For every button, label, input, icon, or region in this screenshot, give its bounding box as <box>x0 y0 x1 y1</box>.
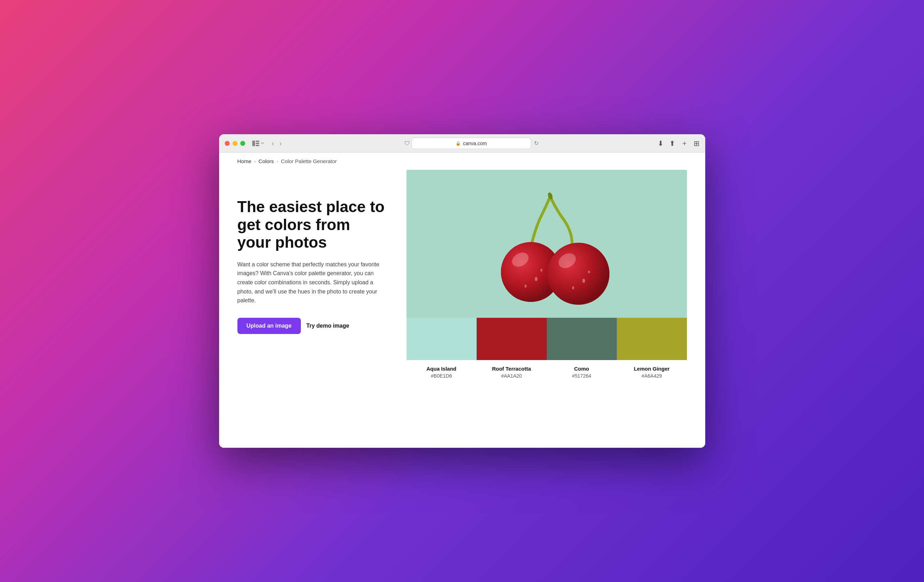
svg-rect-2 <box>256 143 259 144</box>
swatch-label-3: Lemon Ginger #A6A429 <box>617 366 687 379</box>
swatch-name-3: Lemon Ginger <box>617 366 687 372</box>
swatch-3[interactable] <box>617 318 687 360</box>
url-bar[interactable]: 🔒 canva.com <box>411 138 531 149</box>
svg-point-15 <box>582 279 585 283</box>
swatch-hex-2: #517264 <box>547 373 617 379</box>
swatch-2[interactable] <box>547 318 617 360</box>
svg-rect-0 <box>252 140 255 146</box>
swatch-1[interactable] <box>477 318 547 360</box>
breadcrumb: Home › Colors › Color Palette Generator <box>219 153 705 170</box>
new-tab-icon[interactable]: ＋ <box>681 138 688 148</box>
cherry-image <box>406 170 687 318</box>
color-swatches <box>406 318 687 360</box>
swatch-hex-1: #AA1A20 <box>477 373 547 379</box>
swatch-labels: Aqua Island #B0E1D6 Roof Terracotta #AA1… <box>406 366 687 379</box>
breadcrumb-current: Color Palette Generator <box>281 158 337 164</box>
svg-point-17 <box>588 270 590 274</box>
nav-arrows: ‹ › <box>270 139 284 148</box>
swatch-label-1: Roof Terracotta #AA1A20 <box>477 366 547 379</box>
main-section: The easiest place to get colors from you… <box>219 170 705 448</box>
minimize-button[interactable] <box>233 141 238 146</box>
refresh-button[interactable]: ↻ <box>534 140 539 147</box>
breadcrumb-colors[interactable]: Colors <box>259 158 274 164</box>
grid-icon[interactable]: ⊞ <box>694 139 700 148</box>
swatch-name-0: Aqua Island <box>406 366 477 372</box>
svg-point-12 <box>535 277 538 281</box>
hero-title: The easiest place to get colors from you… <box>238 198 385 252</box>
hero-description: Want a color scheme that perfectly match… <box>238 260 385 305</box>
cherry-illustration <box>406 170 687 318</box>
swatch-name-2: Como <box>547 366 617 372</box>
svg-point-13 <box>525 284 526 288</box>
swatch-name-1: Roof Terracotta <box>477 366 547 372</box>
shield-icon: 🛡 <box>403 140 411 147</box>
svg-rect-1 <box>256 140 259 142</box>
swatch-hex-0: #B0E1D6 <box>406 373 477 379</box>
breadcrumb-home[interactable]: Home <box>238 158 251 164</box>
address-bar: 🛡 🔒 canva.com ↻ <box>297 138 645 149</box>
back-button[interactable]: ‹ <box>270 139 276 148</box>
share-icon[interactable]: ⬆ <box>669 139 675 148</box>
svg-point-10 <box>548 243 609 305</box>
svg-point-14 <box>540 269 543 272</box>
swatch-label-0: Aqua Island #B0E1D6 <box>406 366 477 379</box>
swatch-0[interactable] <box>406 318 477 360</box>
sidebar-toggle[interactable] <box>252 140 264 146</box>
breadcrumb-sep-1: › <box>254 158 256 164</box>
svg-rect-3 <box>256 145 259 146</box>
swatch-hex-3: #A6A429 <box>617 373 687 379</box>
toolbar-right: ⬇ ⬆ ＋ ⊞ <box>658 138 700 148</box>
svg-point-16 <box>572 286 574 290</box>
page-content: Home › Colors › Color Palette Generator … <box>219 153 705 448</box>
maximize-button[interactable] <box>240 141 245 146</box>
left-panel: The easiest place to get colors from you… <box>238 170 385 334</box>
close-button[interactable] <box>225 141 230 146</box>
upload-button[interactable]: Upload an image <box>238 318 301 334</box>
breadcrumb-sep-2: › <box>277 158 278 164</box>
traffic-lights <box>225 141 245 146</box>
browser-window: ‹ › 🛡 🔒 canva.com ↻ ⬇ ⬆ ＋ ⊞ Home › Color… <box>219 134 705 448</box>
lock-icon: 🔒 <box>455 141 461 146</box>
demo-button[interactable]: Try demo image <box>307 323 350 329</box>
download-icon[interactable]: ⬇ <box>658 139 664 148</box>
forward-button[interactable]: › <box>277 139 284 148</box>
cta-buttons: Upload an image Try demo image <box>238 318 385 334</box>
url-text: canva.com <box>463 140 487 146</box>
right-panel: Aqua Island #B0E1D6 Roof Terracotta #AA1… <box>406 170 687 379</box>
title-bar: ‹ › 🛡 🔒 canva.com ↻ ⬇ ⬆ ＋ ⊞ <box>219 134 705 153</box>
swatch-label-2: Como #517264 <box>547 366 617 379</box>
